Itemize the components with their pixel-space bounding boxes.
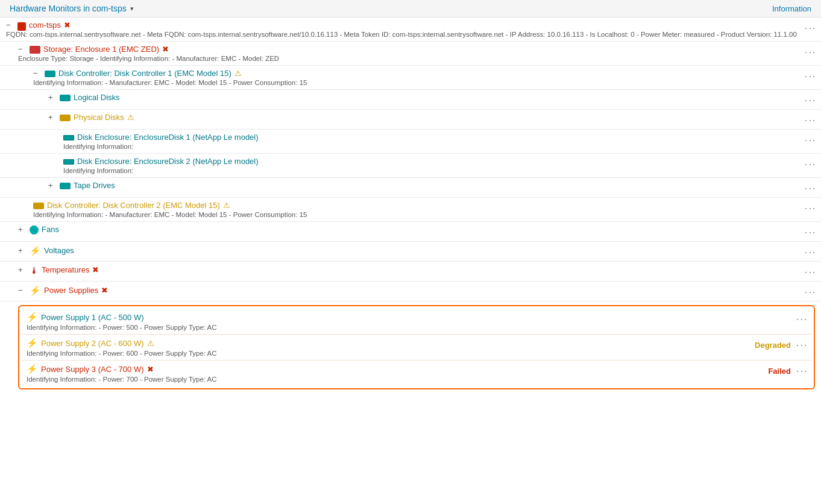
desc-disk-enc1: Identifying Information: [63,143,797,150]
label-tape-drives[interactable]: Tape Drives [74,181,115,190]
label-disk-ctrl1[interactable]: Disk Controller: Disk Controller 1 (EMC … [58,69,231,78]
context-menu-enc1[interactable]: ⋮ [804,134,815,146]
context-menu-com-tsps[interactable]: ⋮ [804,22,815,34]
actions-logical: ⋮ [797,93,815,106]
actions-disk-ctrl1: ⋮ [797,69,815,82]
row-disk-enc2: Disk Enclosure: EnclosureDisk 2 (NetApp … [0,154,821,178]
toggle-com-tsps[interactable]: − [6,20,14,30]
actions-physical: ⋮ [797,113,815,126]
label-power-supplies[interactable]: Power Supplies [44,286,98,295]
context-menu-storage[interactable]: ⋮ [804,46,815,58]
toggle-voltages[interactable]: + [18,246,27,255]
label-disk-enc2[interactable]: Disk Enclosure: EnclosureDisk 2 (NetApp … [77,157,259,166]
row-temperatures: + 🌡 Temperatures ✖ ⋮ [0,262,821,282]
row-disk-ctrl1: − Disk Controller: Disk Controller 1 (EM… [0,66,821,90]
desc-disk-ctrl2: Identifying Information: - Manufacturer:… [33,211,797,218]
context-menu-ps2[interactable]: ⋮ [796,339,807,351]
label-voltages[interactable]: Voltages [44,246,74,255]
server-icon [17,22,26,31]
ps3-icon: ⚡ [27,364,38,374]
label-disk-ctrl2[interactable]: Disk Controller: Disk Controller 2 (EMC … [47,201,220,210]
fans-icon [30,225,39,235]
row-disk-ctrl2: Disk Controller: Disk Controller 2 (EMC … [0,198,821,222]
temp-icon: 🌡 [30,265,39,276]
tape-icon [60,183,71,189]
tree-container: − com-tsps ✖ FQDN: com-tsps.internal.sen… [0,17,821,389]
desc-ps1: Identifying Information: - Power: 500 - … [27,324,796,331]
toggle-physical-disks[interactable]: + [48,113,57,122]
label-ps3[interactable]: Power Supply 3 (AC - 700 W) [41,365,144,374]
label-logical-disks[interactable]: Logical Disks [74,93,120,102]
label-com-tsps[interactable]: com-tsps [29,20,61,30]
toggle-power-supplies[interactable]: − [18,286,27,295]
info-link[interactable]: Information [772,4,811,13]
ps1-icon: ⚡ [27,312,38,323]
row-disk-enc1: Disk Enclosure: EnclosureDisk 1 (NetApp … [0,130,821,154]
chevron-down-icon[interactable]: ▾ [130,5,134,13]
context-menu-fans[interactable]: ⋮ [804,226,815,238]
error-icon-storage: ✖ [162,45,169,54]
context-menu-ctrl1[interactable]: ⋮ [804,70,815,82]
actions-storage: ⋮ [797,45,815,58]
label-physical-disks[interactable]: Physical Disks [74,113,124,122]
error-icon-ps3: ✖ [147,365,154,374]
context-menu-ps-header[interactable]: ⋮ [804,286,815,298]
storage-icon [30,46,40,54]
disk-ctrl2-icon [33,203,44,209]
physical-disk-icon [60,115,71,121]
disk-ctrl-icon [45,71,55,77]
row-com-tsps: − com-tsps ✖ FQDN: com-tsps.internal.sen… [0,17,821,42]
row-fans: + Fans ⋮ [0,222,821,242]
context-menu-temps[interactable]: ⋮ [804,266,815,278]
status-text-ps3: Failed [768,367,791,376]
row-power-supplies: − ⚡ Power Supplies ✖ ⋮ [0,282,821,301]
label-ps2[interactable]: Power Supply 2 (AC - 600 W) [41,339,144,348]
desc-storage-enc1: Enclosure Type: Storage - Identifying In… [18,55,797,62]
power-icon: ⚡ [30,285,41,296]
ps-item-3: ⚡ Power Supply 3 (AC - 700 W) ✖ Identify… [22,360,811,386]
row-logical-disks: + Logical Disks ⋮ [0,90,821,110]
actions-com-tsps: ⋮ [797,20,815,34]
ps2-status: Degraded ⋮ [755,338,807,351]
context-menu-ps1[interactable]: ⋮ [796,313,807,325]
row-tape-drives: + Tape Drives ⋮ [0,178,821,198]
toggle-storage-enc1[interactable]: − [18,45,27,54]
row-physical-disks: + Physical Disks ⚠ ⋮ [0,110,821,130]
context-menu-physical[interactable]: ⋮ [804,114,815,126]
actions-disk-enc1: ⋮ [797,133,815,146]
label-fans[interactable]: Fans [42,225,59,234]
label-storage-enc1[interactable]: Storage: Enclosure 1 (EMC ZED) [43,45,159,54]
toggle-temps[interactable]: + [18,265,27,274]
toggle-tape[interactable]: + [48,181,57,190]
context-menu-tape[interactable]: ⋮ [804,182,815,194]
error-icon-temps: ✖ [92,265,99,274]
status-text-ps2: Degraded [755,341,791,350]
error-icon-com-tsps: ✖ [64,20,71,30]
label-disk-enc1[interactable]: Disk Enclosure: EnclosureDisk 1 (NetApp … [77,133,259,142]
actions-fans: ⋮ [797,225,815,238]
context-menu-logical[interactable]: ⋮ [804,94,815,106]
warn-icon-physical: ⚠ [127,113,134,122]
actions-temps: ⋮ [797,265,815,278]
context-menu-ctrl2[interactable]: ⋮ [804,202,815,214]
top-bar: Hardware Monitors in com-tsps ▾ Informat… [0,0,821,17]
toggle-logical-disks[interactable]: + [48,93,57,102]
toggle-fans[interactable]: + [18,225,27,234]
logical-disk-icon [60,95,71,101]
desc-disk-enc2: Identifying Information: [63,167,797,174]
context-menu-ps3[interactable]: ⋮ [796,365,807,377]
label-temperatures[interactable]: Temperatures [42,265,89,274]
ps2-icon: ⚡ [27,338,38,348]
context-menu-voltages[interactable]: ⋮ [804,246,815,258]
warn-icon-ctrl1: ⚠ [234,69,242,78]
page-title: Hardware Monitors in com-tsps [10,4,127,13]
actions-ctrl2: ⋮ [797,201,815,214]
desc-ps2: Identifying Information: - Power: 600 - … [27,350,755,357]
context-menu-enc2[interactable]: ⋮ [804,158,815,170]
label-ps1[interactable]: Power Supply 1 (AC - 500 W) [41,313,144,322]
toggle-disk-ctrl1[interactable]: − [33,69,42,78]
row-storage-enc1: − Storage: Enclosure 1 (EMC ZED) ✖ Enclo… [0,42,821,66]
actions-voltages: ⋮ [797,245,815,258]
disk-enc-icon-1 [63,135,74,140]
top-bar-title-area[interactable]: Hardware Monitors in com-tsps ▾ [10,4,134,13]
